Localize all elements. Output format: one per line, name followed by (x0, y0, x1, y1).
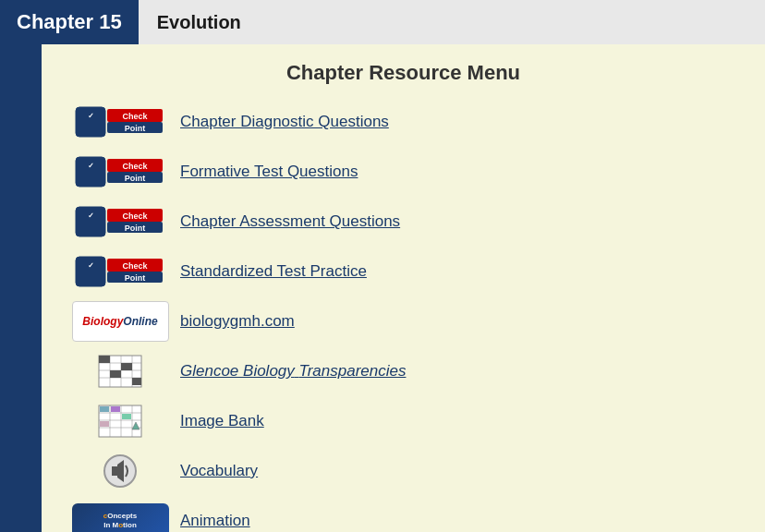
diagnostic-link[interactable]: Chapter Diagnostic Questions (180, 113, 389, 131)
list-item: Vocabulary (69, 451, 737, 491)
svg-rect-43 (111, 406, 120, 412)
svg-text:✓: ✓ (88, 212, 94, 220)
svg-text:Check: Check (122, 212, 148, 221)
biology-link[interactable]: biologygmh.com (180, 312, 295, 331)
svg-text:Check: Check (122, 162, 148, 171)
checkpoint-icon-1: ✓ Check Point (69, 105, 171, 139)
svg-text:Point: Point (125, 273, 146, 283)
menu-list: ✓ Check Point Chapter Diagnostic Questio… (69, 102, 737, 532)
svg-text:✓: ✓ (88, 261, 94, 270)
list-item: ✓ Check Point Chapter Assessment Questio… (69, 201, 737, 242)
main-window: Chapter 15 Evolution Chapter Resource Me… (0, 0, 765, 532)
svg-rect-33 (110, 370, 121, 378)
vocabulary-icon (69, 453, 171, 490)
svg-text:Check: Check (122, 112, 148, 121)
checkpoint-icon-2: ✓ Check Point (69, 155, 171, 188)
svg-rect-31 (99, 356, 110, 363)
svg-rect-34 (132, 378, 141, 385)
transparencies-link[interactable]: Glencoe Biology Transparencies (180, 362, 406, 381)
vocabulary-link[interactable]: Vocabulary (180, 462, 258, 480)
list-item: cOncepts In Motion Animation (69, 501, 737, 532)
svg-text:✓: ✓ (88, 162, 94, 170)
sidebar (0, 44, 42, 532)
svg-text:Point: Point (125, 124, 146, 133)
list-item: BiologyOnline biologygmh.com (69, 301, 737, 342)
chapter-label: Chapter 15 (0, 0, 139, 44)
svg-text:Point: Point (125, 224, 146, 233)
svg-text:Check: Check (122, 261, 148, 271)
svg-rect-42 (100, 406, 109, 412)
svg-text:✓: ✓ (88, 112, 94, 120)
list-item: ✓ Check Point Formative Test Questions (69, 151, 737, 192)
page-title: Chapter Resource Menu (69, 61, 737, 85)
top-bar: Chapter 15 Evolution (0, 0, 765, 44)
svg-rect-45 (100, 421, 109, 427)
list-item: ✓ Check Point Standardized Test Practice (69, 251, 737, 292)
svg-text:Point: Point (125, 174, 146, 183)
concepts-in-motion-icon: cOncepts In Motion (69, 503, 171, 532)
svg-rect-32 (121, 363, 132, 370)
image-bank-icon (69, 404, 171, 439)
subtitle-label: Evolution (139, 0, 765, 44)
assessment-link[interactable]: Chapter Assessment Questions (180, 212, 400, 231)
image-bank-link[interactable]: Image Bank (180, 412, 264, 430)
bio-online-icon: BiologyOnline (69, 301, 171, 342)
svg-rect-44 (122, 414, 131, 419)
content-panel: Chapter Resource Menu ✓ Check Point (42, 44, 765, 532)
checkpoint-icon-4: ✓ Check Point (69, 255, 171, 288)
list-item: Image Bank (69, 401, 737, 441)
transparencies-icon (69, 354, 171, 389)
checkpoint-badge-svg: ✓ Check Point (74, 105, 166, 139)
animation-link[interactable]: Animation (180, 512, 250, 530)
main-content: Chapter Resource Menu ✓ Check Point (0, 44, 765, 532)
list-item: ✓ Check Point Chapter Diagnostic Questio… (69, 102, 737, 142)
checkpoint-badge-svg: ✓ Check Point (74, 155, 166, 188)
checkpoint-badge-svg: ✓ Check Point (74, 205, 166, 238)
checkpoint-icon-3: ✓ Check Point (69, 205, 171, 238)
checkpoint-badge-svg: ✓ Check Point (74, 255, 166, 288)
standardized-link[interactable]: Standardized Test Practice (180, 262, 367, 281)
list-item: Glencoe Biology Transparencies (69, 351, 737, 392)
svg-rect-48 (112, 466, 117, 476)
formative-link[interactable]: Formative Test Questions (180, 163, 358, 181)
